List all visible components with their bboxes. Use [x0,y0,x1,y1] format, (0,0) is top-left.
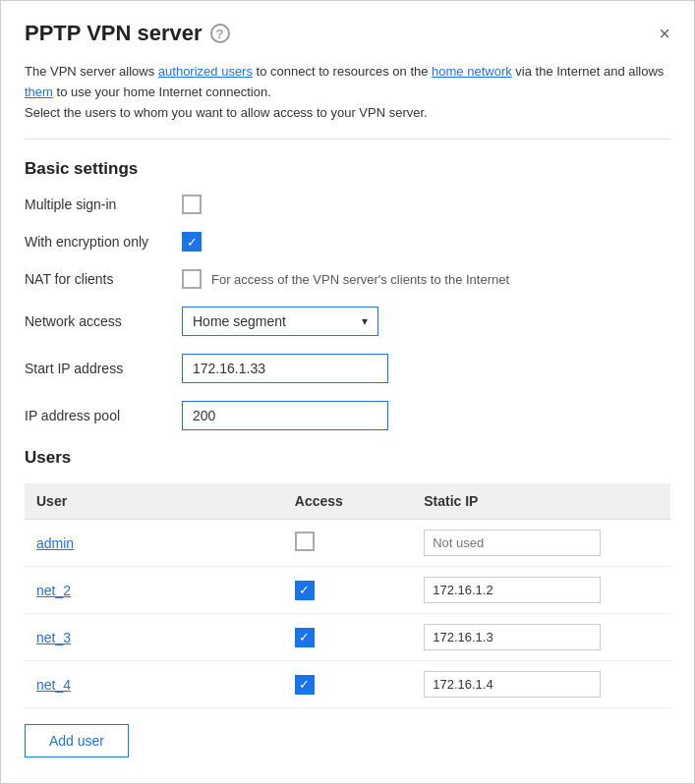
static-ip-input[interactable] [424,530,601,556]
static-ip-cell [412,614,670,661]
users-table-header: User Access Static IP [25,483,670,520]
dialog-title: PPTP VPN server [25,21,203,46]
static-ip-input[interactable] [424,577,601,603]
encryption-label: With encryption only [25,234,182,250]
multiple-signin-control [182,195,202,214]
access-checkbox[interactable] [295,581,315,600]
col-header-access: Access [283,483,412,520]
start-ip-input[interactable] [182,354,388,383]
multiple-signin-label: Multiple sign-in [25,196,182,212]
access-cell [283,661,412,708]
user-link[interactable]: admin [36,535,74,551]
user-cell: net_4 [25,661,283,708]
nat-row: NAT for clients For access of the VPN se… [25,269,670,289]
network-access-value: Home segment [193,313,286,329]
users-section: Users User Access Static IP adminnet_2ne… [25,448,670,757]
users-section-title: Users [25,448,670,468]
access-cell [283,520,412,567]
access-checkbox[interactable] [295,675,315,695]
access-checkbox[interactable] [295,532,315,551]
user-cell: net_3 [25,614,283,661]
basic-settings-title: Basic settings [25,159,670,179]
ip-pool-row: IP address pool [25,401,670,430]
access-checkbox[interactable] [295,628,315,647]
user-link[interactable]: net_2 [36,583,71,598]
access-cell [283,567,412,614]
user-cell: admin [25,520,283,567]
static-ip-input[interactable] [424,671,601,698]
encryption-control [182,232,202,252]
access-cell [283,614,412,661]
multiple-signin-checkbox[interactable] [182,195,202,214]
col-header-static-ip: Static IP [412,483,670,520]
add-user-button[interactable]: Add user [25,724,129,757]
close-button[interactable]: × [659,24,670,43]
table-row: net_2 [25,567,670,614]
static-ip-input[interactable] [424,624,601,650]
nat-note: For access of the VPN server's clients t… [211,272,509,287]
start-ip-row: Start IP address [25,354,670,383]
user-link[interactable]: net_3 [36,630,71,645]
multiple-signin-row: Multiple sign-in [25,195,670,214]
chevron-down-icon: ▾ [362,314,368,328]
table-row: net_4 [25,661,670,708]
description-text: The VPN server allows authorized users t… [25,62,670,140]
network-access-label: Network access [25,313,182,329]
nat-checkbox[interactable] [182,269,202,289]
network-access-row: Network access Home segment ▾ [25,307,670,336]
start-ip-control [182,354,388,383]
table-row: admin [25,520,670,567]
network-access-control: Home segment ▾ [182,307,378,336]
nat-label: NAT for clients [25,271,182,287]
dialog-header: PPTP VPN server ? × [25,21,670,46]
static-ip-cell [412,661,670,708]
encryption-checkbox[interactable] [182,232,202,252]
nat-control: For access of the VPN server's clients t… [182,269,509,289]
user-link[interactable]: net_4 [36,677,71,693]
user-cell: net_2 [25,567,283,614]
pptp-vpn-dialog: PPTP VPN server ? × The VPN server allow… [0,0,695,784]
static-ip-cell [412,520,670,567]
title-row: PPTP VPN server ? [25,21,230,46]
col-header-user: User [25,483,283,520]
users-table: User Access Static IP adminnet_2net_3net… [25,483,670,708]
users-table-body: adminnet_2net_3net_4 [25,520,670,708]
ip-pool-control [182,401,388,430]
table-row: net_3 [25,614,670,661]
encryption-row: With encryption only [25,232,670,252]
start-ip-label: Start IP address [25,361,182,376]
ip-pool-label: IP address pool [25,408,182,423]
help-icon[interactable]: ? [210,24,230,43]
network-access-select[interactable]: Home segment ▾ [182,307,378,336]
ip-pool-input[interactable] [182,401,388,430]
static-ip-cell [412,567,670,614]
